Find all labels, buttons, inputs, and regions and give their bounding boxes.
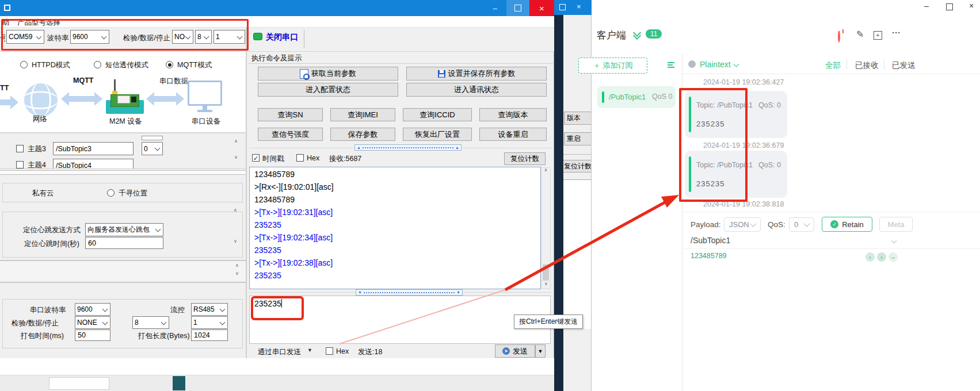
pack-len-input[interactable]: 1024 [191,329,228,341]
send-input-area[interactable]: 235235 [249,296,551,344]
message-card[interactable]: Topic: /PubTopic1 QoS: 0 235235 [685,91,787,138]
right-minimize-button[interactable]: – [924,1,929,10]
strip-scroll-down-icon[interactable]: ∨ [235,271,239,276]
heartbeat-time-input[interactable]: 60 [85,237,163,249]
collapse-panel-icon[interactable] [668,61,674,69]
filter-sent[interactable]: 已发送 [892,60,916,71]
scroll-down-icon[interactable]: ∨ [544,282,548,286]
save-params-button[interactable]: 保存参数 [330,128,395,141]
filter-received[interactable]: 已接收 [855,60,879,71]
background-window-strip [554,15,563,391]
radio-sms-mode[interactable] [94,61,101,68]
baud-select[interactable]: 9600 [70,30,109,44]
log-scrollbar[interactable]: ∧ ∨ [541,167,551,289]
left-titlebar[interactable] [0,0,554,16]
more-options-icon[interactable]: ··· [892,28,901,37]
parity-select[interactable]: NONI [172,30,193,44]
recv-hex-label: Hex [307,154,319,162]
enter-comm-button[interactable]: 进入通讯状态 [406,83,547,97]
scroll-up-icon[interactable]: ∧ [542,168,550,172]
heartbeat-mode-select[interactable]: 向服务器发送心跳包 [85,223,163,236]
right-close-button[interactable]: × [969,1,974,10]
log-line: 235235 [254,220,540,233]
query-imei-button[interactable]: 查询IMEI [330,108,395,121]
send-options-button[interactable]: ▼ [535,344,546,358]
menu-help-fragment[interactable]: 助 [2,18,9,28]
meta-button[interactable]: Meta [879,217,913,232]
splitter-handle-bottom[interactable]: ▼▼ [356,289,463,296]
left-minimize-button[interactable]: – [483,0,506,16]
scroll-thumb[interactable] [543,264,549,281]
serial-stopbits-select[interactable]: 1 [191,316,228,329]
publish-topic-input[interactable]: /SubTopic1 [691,236,730,245]
right-maximize-button[interactable] [946,3,953,10]
topic3-qos-select[interactable]: 0 [142,142,163,155]
disconnect-power-icon[interactable] [838,30,840,43]
log-line: 123485789 [254,170,540,182]
chevron-down-icon [101,33,107,39]
filter-all[interactable]: 全部 [825,60,841,71]
collapse-chevrons-icon[interactable] [634,30,640,39]
get-params-button[interactable]: 获取当前参数 [258,67,398,80]
query-sn-button[interactable]: 查询SN [258,108,323,121]
chevron-down-icon[interactable] [734,62,739,67]
serial-parity-select[interactable]: NONE [75,316,110,329]
query-version-button[interactable]: 查询版本 [479,108,547,121]
serial-baud-select[interactable]: 9600 [75,303,110,316]
topic4-input[interactable]: /SubTopic4 [53,159,134,169]
subscription-item[interactable]: /PubTopic1 QoS 0 [597,86,676,108]
topics-scroll-up-icon[interactable]: ∧ [234,139,238,144]
history-next-icon[interactable]: › [877,252,886,262]
add-subscription-button[interactable]: ＋添加订阅 [578,57,647,74]
com-port-select[interactable]: COM59 [6,30,44,44]
cloud-scroll-up-icon[interactable]: ∧ [234,208,237,213]
recv-hex-checkbox[interactable] [296,154,304,162]
bg-close-icon[interactable]: × [577,2,581,11]
set-save-params-button[interactable]: 设置并保存所有参数 [406,67,547,80]
new-window-icon[interactable]: + [874,31,882,40]
stopbits-select[interactable]: 1 [213,30,245,44]
radio-mqtt-mode[interactable] [166,61,173,68]
query-iccid-button[interactable]: 查询ICCID [403,108,472,121]
left-maximize-button[interactable] [506,0,529,16]
publish-message-editor[interactable]: 123485789 [691,252,727,260]
left-close-button[interactable]: × [529,0,554,16]
reboot-button[interactable]: 设备重启 [479,128,547,141]
send-via-serial-dropdown[interactable]: 通过串口发送 [258,347,301,357]
qos-select[interactable]: 0 [789,217,814,232]
radio-httpd-mode[interactable] [20,61,28,68]
enter-config-button[interactable]: 进入配置状态 [258,83,398,97]
send-hex-checkbox[interactable] [326,347,333,355]
topic3-checkbox[interactable] [16,145,24,152]
timestamp-checkbox[interactable]: ✓ [252,154,260,162]
edit-pencil-icon[interactable]: ✎ [856,29,864,40]
payload-type-select[interactable]: JSON [724,217,761,232]
reset-count-button[interactable]: 复位计数 [504,152,546,165]
dropdown-arrow-icon[interactable]: ▼ [307,347,312,353]
topics-scroll-down-icon[interactable]: ∨ [234,155,238,160]
bg-maximize-icon[interactable] [559,4,566,10]
pack-time-input[interactable]: 50 [75,329,110,341]
topic4-checkbox[interactable] [16,161,24,168]
receive-log[interactable]: 123485789 >[Rx<-][19:02:01][asc] 1234857… [249,167,541,289]
strip-scroll-up-icon[interactable]: ∧ [235,263,239,268]
serial-databits-select[interactable]: 8 [132,316,169,329]
message-card[interactable]: Topic: /PubTopic1 QoS: 0 235235 [685,151,787,198]
cloud-scroll-down-icon[interactable]: ∨ [234,239,237,244]
history-more-icon[interactable]: – [889,252,898,262]
query-signal-button[interactable]: 查信号强度 [258,128,323,141]
menu-product-select[interactable]: 产品型号选择 [17,18,60,28]
flow-select[interactable]: RS485 [191,303,228,316]
taskbar-icon-fragment [173,376,185,390]
factory-reset-button[interactable]: 恢复出厂设置 [403,128,472,141]
splitter-handle-top[interactable]: ▲▲ [354,144,462,151]
send-button[interactable]: ➤ 发送 [495,344,535,358]
topic3-input[interactable]: /SubTopic3 [53,142,134,155]
history-prev-icon[interactable]: ‹ [865,252,875,262]
chevron-down-icon[interactable] [891,238,897,244]
radio-qianxun[interactable] [107,189,115,197]
databits-select[interactable]: 8 [195,30,212,44]
close-port-button[interactable]: 关闭串口 [266,32,298,43]
retain-toggle[interactable]: ✓ Retain [822,217,872,232]
payload-format-dropdown[interactable]: Plaintext [700,60,731,69]
